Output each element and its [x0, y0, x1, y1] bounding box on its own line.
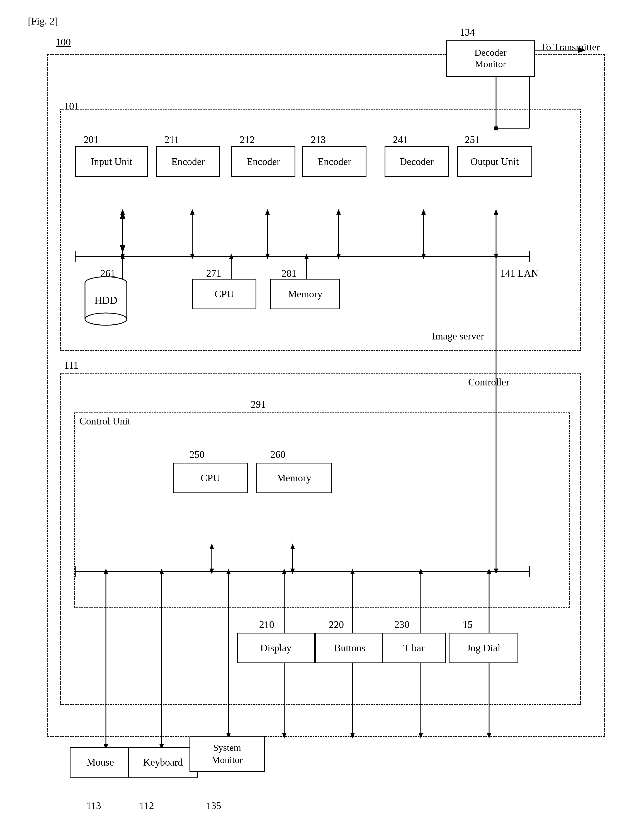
memory1-id: 281: [281, 267, 297, 279]
encoder2-label: Encoder: [246, 156, 280, 167]
figure-label: [Fig. 2]: [28, 15, 58, 27]
decoder-monitor-label: DecoderMonitor: [474, 47, 506, 70]
decoder-id: 241: [393, 134, 408, 145]
memory2-box: Memory: [256, 463, 332, 493]
display-label: Display: [260, 642, 291, 654]
encoder1-label: Encoder: [172, 156, 205, 167]
output-unit-id: 251: [465, 134, 480, 145]
tbar-label: T bar: [403, 642, 424, 654]
image-server-id: 101: [64, 100, 79, 112]
input-unit-id: 201: [84, 134, 99, 145]
to-transmitter-label: To Transmitter: [540, 41, 600, 53]
jog-dial-label: Jog Dial: [467, 642, 501, 654]
cpu2-box: CPU: [173, 463, 248, 493]
encoder3-box: Encoder: [302, 146, 366, 177]
svg-point-78: [85, 313, 127, 325]
keyboard-box: Keyboard: [128, 747, 198, 778]
memory1-box: Memory: [270, 279, 340, 309]
memory2-id: 260: [270, 449, 285, 460]
tbar-id: 230: [394, 619, 409, 630]
display-box: Display: [237, 633, 315, 663]
input-unit-label: Input Unit: [91, 156, 132, 167]
memory2-label: Memory: [277, 472, 311, 484]
cpu2-label: CPU: [201, 472, 220, 484]
decoder-label: Decoder: [400, 156, 434, 167]
encoder1-box: Encoder: [156, 146, 220, 177]
tbar-box: T bar: [382, 633, 446, 663]
decoder-monitor-id: 134: [460, 27, 475, 38]
cpu1-id: 271: [206, 267, 221, 279]
buttons-id: 220: [329, 619, 344, 630]
cpu1-label: CPU: [215, 288, 234, 300]
keyboard-id: 112: [139, 800, 154, 811]
cpu2-id: 250: [189, 449, 205, 460]
mouse-box: Mouse: [70, 747, 131, 778]
jog-dial-box: Jog Dial: [449, 633, 518, 663]
system-monitor-id: 135: [206, 800, 221, 811]
decoder-box: Decoder: [385, 146, 449, 177]
svg-text:HDD: HDD: [94, 294, 117, 306]
output-unit-box: Output Unit: [457, 146, 532, 177]
lan-label: 141 LAN: [500, 267, 539, 279]
image-server-text: Image server: [432, 330, 484, 342]
encoder1-id: 211: [164, 134, 179, 145]
memory1-label: Memory: [288, 288, 323, 300]
buttons-label: Buttons: [334, 642, 366, 654]
decoder-monitor-box: DecoderMonitor: [446, 40, 535, 76]
display-id: 210: [259, 619, 274, 630]
input-unit-box: Input Unit: [75, 146, 148, 177]
control-unit-inner-id: 291: [251, 399, 266, 410]
mouse-id: 113: [86, 800, 101, 811]
cpu1-box: CPU: [192, 279, 256, 309]
encoder2-id: 212: [240, 134, 255, 145]
buttons-box: Buttons: [315, 633, 385, 663]
hdd-cylinder-svg: HDD: [84, 276, 128, 329]
system-label: 100: [56, 36, 71, 48]
output-unit-label: Output Unit: [471, 156, 518, 167]
control-unit-inner-box: [74, 412, 570, 608]
control-unit-text: Control Unit: [79, 415, 130, 427]
mouse-label: Mouse: [87, 756, 114, 768]
controller-id: 111: [64, 360, 78, 371]
system-monitor-label: SystemMonitor: [211, 741, 242, 766]
system-monitor-box: SystemMonitor: [189, 736, 265, 772]
keyboard-label: Keyboard: [143, 756, 183, 768]
jog-dial-id: 15: [463, 619, 473, 630]
encoder3-label: Encoder: [318, 156, 351, 167]
encoder2-box: Encoder: [231, 146, 296, 177]
controller-text: Controller: [468, 376, 509, 388]
encoder3-id: 213: [311, 134, 326, 145]
